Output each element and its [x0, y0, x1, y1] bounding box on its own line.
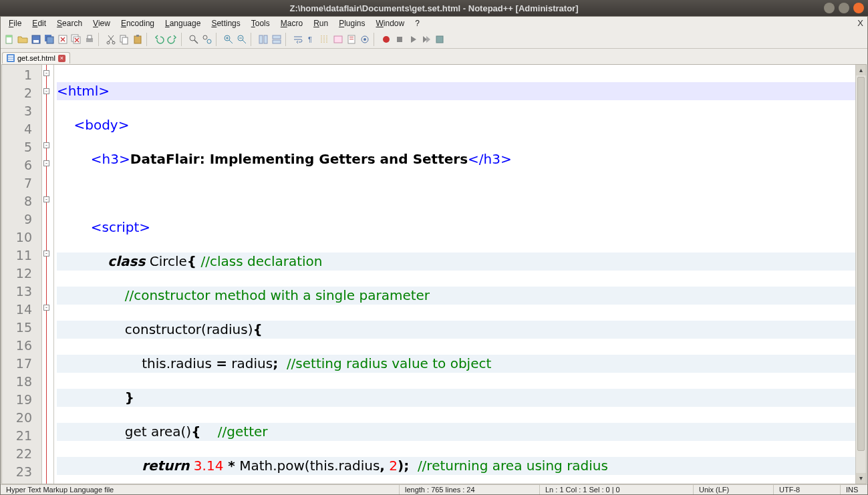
- doc-map-icon[interactable]: [345, 33, 357, 45]
- svg-point-19: [207, 39, 211, 43]
- redo-icon[interactable]: [166, 33, 178, 45]
- save-macro-icon[interactable]: [434, 33, 446, 45]
- menu-file[interactable]: File: [3, 17, 27, 29]
- menu-run[interactable]: Run: [308, 17, 333, 29]
- menu-encoding[interactable]: Encoding: [116, 17, 160, 29]
- undo-icon[interactable]: [153, 33, 165, 45]
- window-controls: [824, 3, 864, 13]
- scroll-down-icon[interactable]: ▾: [856, 473, 866, 484]
- scroll-thumb[interactable]: [857, 77, 865, 451]
- menu-edit[interactable]: Edit: [27, 17, 51, 29]
- tabbar: get.set.html ×: [1, 49, 867, 63]
- monitor-icon[interactable]: [359, 33, 371, 45]
- fold-box-icon[interactable]: -: [43, 305, 49, 311]
- menu-language[interactable]: Language: [160, 17, 206, 29]
- fold-box-icon[interactable]: -: [43, 251, 49, 257]
- tab-label: get.set.html: [17, 54, 55, 62]
- minimize-button[interactable]: [824, 3, 835, 13]
- menu-search[interactable]: Search: [51, 17, 88, 29]
- sync-v-icon[interactable]: [257, 33, 269, 45]
- svg-rect-30: [349, 39, 353, 39]
- window-title: Z:\home\dataflair\Documents\get.set.html…: [4, 3, 864, 13]
- svg-rect-23: [264, 35, 267, 43]
- fold-box-icon[interactable]: -: [43, 196, 49, 202]
- save-icon[interactable]: [30, 33, 42, 45]
- scroll-up-icon[interactable]: ▴: [856, 65, 866, 75]
- print-icon[interactable]: [84, 33, 96, 45]
- menu-macro[interactable]: Macro: [275, 17, 308, 29]
- svg-rect-10: [88, 35, 92, 39]
- menu-settings[interactable]: Settings: [206, 17, 245, 29]
- copy-icon[interactable]: [118, 33, 130, 45]
- play-multi-icon[interactable]: [420, 33, 432, 45]
- svg-point-17: [190, 35, 195, 41]
- svg-rect-25: [273, 40, 281, 43]
- close-button[interactable]: [853, 3, 864, 13]
- svg-rect-27: [334, 36, 342, 43]
- fold-box-icon[interactable]: -: [43, 160, 49, 166]
- svg-point-32: [364, 38, 366, 41]
- panel-close-x[interactable]: X: [857, 18, 863, 28]
- svg-rect-22: [259, 35, 263, 43]
- sync-h-icon[interactable]: [271, 33, 283, 45]
- tab-close-icon[interactable]: ×: [58, 55, 65, 62]
- cut-icon[interactable]: [105, 33, 117, 45]
- svg-rect-15: [134, 36, 141, 43]
- fold-box-icon[interactable]: -: [43, 142, 49, 148]
- line-gutter: 1234567891011121314151617181920212223: [2, 65, 42, 484]
- editor: 1234567891011121314151617181920212223 - …: [1, 64, 867, 484]
- titlebar: Z:\home\dataflair\Documents\get.set.html…: [0, 0, 868, 16]
- svg-rect-16: [136, 35, 139, 37]
- new-file-icon[interactable]: [3, 33, 15, 45]
- wrap-icon[interactable]: [292, 33, 304, 45]
- status-length: length : 765 lines : 24: [400, 485, 540, 494]
- close-all-icon[interactable]: [70, 33, 82, 45]
- svg-rect-14: [122, 37, 128, 44]
- fold-column: - - - - - - -: [42, 65, 54, 484]
- maximize-button[interactable]: [839, 3, 849, 13]
- menu-plugins[interactable]: Plugins: [333, 17, 370, 29]
- svg-rect-3: [33, 40, 39, 43]
- svg-rect-35: [436, 36, 443, 43]
- stop-icon[interactable]: [394, 33, 406, 45]
- status-ins: INS: [841, 485, 867, 494]
- vertical-scrollbar[interactable]: ▴ ▾: [855, 65, 866, 484]
- zoom-out-icon[interactable]: [236, 33, 248, 45]
- svg-point-18: [203, 35, 207, 39]
- svg-point-33: [383, 36, 390, 43]
- svg-rect-29: [349, 37, 353, 37]
- tab-get-set-html[interactable]: get.set.html ×: [2, 52, 70, 63]
- open-file-icon[interactable]: [17, 33, 29, 45]
- code-area[interactable]: <html> <body> <h3>DataFlair: Implementin…: [54, 65, 855, 484]
- zoom-in-icon[interactable]: [223, 33, 235, 45]
- menu-help[interactable]: ?: [410, 17, 425, 29]
- app-frame: X File Edit Search View Encoding Languag…: [0, 16, 868, 495]
- statusbar: Hyper Text Markup Language file length :…: [1, 484, 867, 494]
- fold-box-icon[interactable]: -: [43, 88, 49, 94]
- invisible-chars-icon[interactable]: ¶: [305, 33, 317, 45]
- file-icon: [7, 54, 15, 62]
- status-position: Ln : 1 Col : 1 Sel : 0 | 0: [540, 485, 694, 494]
- svg-rect-1: [6, 35, 12, 37]
- find-icon[interactable]: [188, 33, 200, 45]
- record-icon[interactable]: [380, 33, 392, 45]
- svg-rect-34: [397, 37, 402, 42]
- indent-guide-icon[interactable]: [319, 33, 331, 45]
- menu-tools[interactable]: Tools: [246, 17, 275, 29]
- menubar: File Edit Search View Encoding Language …: [1, 17, 867, 30]
- close-file-icon[interactable]: [57, 33, 69, 45]
- status-eol: Unix (LF): [694, 485, 774, 494]
- svg-text:¶: ¶: [308, 35, 312, 43]
- toolbar: ¶: [1, 30, 867, 49]
- play-icon[interactable]: [407, 33, 419, 45]
- svg-rect-5: [47, 37, 53, 43]
- svg-rect-24: [273, 35, 281, 39]
- replace-icon[interactable]: [201, 33, 213, 45]
- status-language: Hyper Text Markup Language file: [1, 485, 400, 494]
- lang-icon[interactable]: [332, 33, 344, 45]
- save-all-icon[interactable]: [43, 33, 55, 45]
- fold-box-icon[interactable]: -: [43, 70, 49, 76]
- menu-view[interactable]: View: [88, 17, 116, 29]
- paste-icon[interactable]: [132, 33, 144, 45]
- menu-window[interactable]: Window: [371, 17, 410, 29]
